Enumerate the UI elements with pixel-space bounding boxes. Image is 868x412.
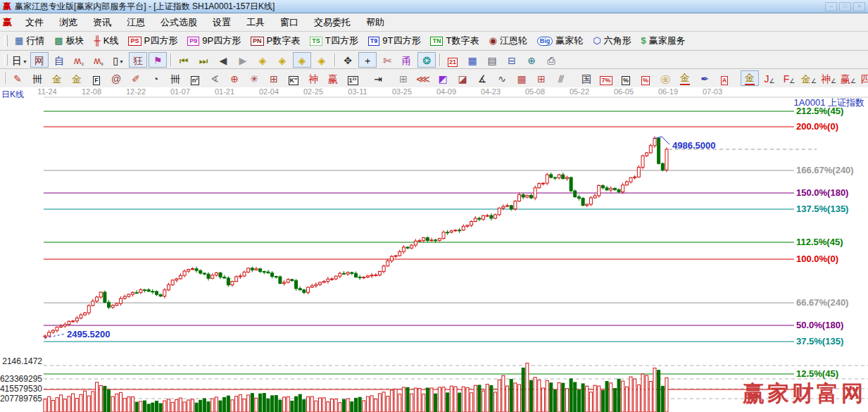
angle-lines-icon[interactable]: ∡ <box>473 70 491 86</box>
9p-square-button[interactable]: P99P四方形 <box>182 32 246 49</box>
n-square-icon[interactable]: n² <box>186 70 204 86</box>
zoom-out-bars-icon[interactable]: ◈ <box>313 52 331 68</box>
golden-ruler-v-icon[interactable]: 金 <box>48 70 66 86</box>
prev-bar-icon[interactable]: ◀ <box>214 52 232 68</box>
p-number-table-button[interactable]: PNP数字表 <box>246 32 305 49</box>
menu-item-news[interactable]: 资讯 <box>85 14 119 31</box>
spiral-tool-icon[interactable]: @ <box>107 70 125 86</box>
smart-analysis-icon[interactable]: ❂ <box>417 52 436 68</box>
next-bar-icon[interactable]: ▶ <box>234 52 252 68</box>
shen-ruler-icon[interactable]: 神 <box>304 70 322 86</box>
stats-panel-icon[interactable]: 国 <box>577 70 596 86</box>
gann-fan-icon[interactable]: ⋘ <box>414 70 432 86</box>
hexagon-button[interactable]: ⬡六角形 <box>588 32 636 49</box>
winner-service-button[interactable]: $赢家服务 <box>636 32 691 49</box>
save-remote-icon[interactable]: ⊕ <box>522 52 541 68</box>
menu-item-help[interactable]: 帮助 <box>358 14 392 31</box>
svg-text:04-09: 04-09 <box>436 87 456 96</box>
grid-red-icon[interactable]: ▦ <box>512 70 531 86</box>
target-circle-icon[interactable]: ⊕ <box>225 70 244 86</box>
shift-right-icon[interactable]: ◈ <box>273 52 291 68</box>
four-angle-icon[interactable]: 四∠ <box>859 70 868 86</box>
gold-lines-icon[interactable]: 金 <box>676 70 694 86</box>
menu-item-browse[interactable]: 浏览 <box>51 14 85 31</box>
crosshair-icon[interactable]: ＋ <box>358 52 377 68</box>
colored-volume-chart-icon[interactable]: ⚑ <box>149 52 167 68</box>
fan-box-red-icon[interactable]: ◪ <box>453 70 472 86</box>
candle-style-icon[interactable]: ▯▼ <box>109 52 127 68</box>
spider-web-icon[interactable]: ✳ <box>245 70 263 86</box>
minimize-button[interactable]: – <box>825 2 837 11</box>
t-square-button[interactable]: TST四方形 <box>305 32 363 49</box>
winner-wheel-button[interactable]: Big赢家轮 <box>532 32 589 49</box>
9p-square-icon: P9 <box>187 37 199 46</box>
parallel-lines-icon[interactable]: ⫻ <box>552 70 570 86</box>
fan-box-purple-icon[interactable]: ◩ <box>434 70 452 86</box>
gold-circle-icon[interactable]: ㊎ <box>656 70 674 86</box>
kuang-overlay-icon[interactable]: 狂 <box>129 52 147 68</box>
pan-hand-icon[interactable]: ✥ <box>339 52 357 68</box>
menu-item-tools[interactable]: 工具 <box>239 14 272 31</box>
t-number-table-button[interactable]: TNT数字表 <box>425 32 484 49</box>
first-bar-icon[interactable]: ⏮ <box>175 52 193 68</box>
percent-icon[interactable]: % <box>617 70 635 86</box>
ruler-123-icon[interactable]: 1²³ <box>344 70 362 86</box>
a-marker-icon[interactable]: A <box>715 70 734 86</box>
menu-item-window[interactable]: 窗口 <box>272 14 306 31</box>
calculator-icon[interactable]: ▦ <box>463 52 482 68</box>
ab-pen-icon[interactable]: ✒ <box>696 70 714 86</box>
ma-9-lines-icon[interactable]: ʍ₉ <box>89 52 108 68</box>
sectors-button[interactable]: ▩板块 <box>49 32 89 49</box>
gann-box-icon[interactable]: ⊞ <box>394 70 413 86</box>
gold-angle-active-icon[interactable]: 金 <box>741 70 759 86</box>
brush-tool-icon[interactable]: ✐ <box>127 70 145 86</box>
grid-red-2-icon[interactable]: ⊞ <box>532 70 551 86</box>
last-bar-icon[interactable]: ⏭ <box>194 52 213 68</box>
wave-tool-icon[interactable]: ∿ <box>493 70 511 86</box>
mirror-angle-icon[interactable]: ∢ <box>206 70 224 86</box>
draw-pen-icon[interactable]: ✎ <box>8 70 27 86</box>
ma-3-lines-icon[interactable]: ʍ₃ <box>70 52 88 68</box>
gold-angle-icon[interactable]: 金∠ <box>800 70 818 86</box>
period-day-selector-icon[interactable]: 日▼ <box>11 52 29 68</box>
web-square-icon[interactable]: ⊞ <box>265 70 283 86</box>
menu-item-settings[interactable]: 设置 <box>205 14 239 31</box>
save-icon[interactable]: ⊟ <box>503 52 521 68</box>
gann-wheel-button[interactable]: ◉江恩轮 <box>484 32 532 49</box>
winner-service-label: 赢家服务 <box>649 35 686 47</box>
fibonacci-ruler-icon[interactable]: F <box>87 70 106 86</box>
9t-square-button[interactable]: T99T四方形 <box>363 32 426 49</box>
f-angle-icon[interactable]: F∠ <box>780 70 798 86</box>
chart-layout-tool-icon[interactable]: 网 <box>30 52 49 68</box>
maximize-button[interactable]: □ <box>839 2 851 11</box>
menu-item-gann[interactable]: 江恩 <box>119 14 153 31</box>
golden-ruler-h-icon[interactable]: 金 <box>68 70 86 86</box>
menu-item-formula-stock-pick[interactable]: 公式选股 <box>153 14 205 31</box>
j-angle-icon[interactable]: J∠ <box>760 70 779 86</box>
p-square-button[interactable]: PSP四方形 <box>123 32 182 49</box>
measure-tool-icon[interactable]: ✄ <box>378 52 396 68</box>
count-ruler-icon[interactable]: 卌 <box>166 70 184 86</box>
notes-icon[interactable]: ▤ <box>483 52 501 68</box>
info-panel-icon[interactable]: 自 <box>50 52 68 68</box>
cycle-circle-icon[interactable]: ◔ <box>146 70 165 86</box>
quotes-button[interactable]: ▦行情 <box>10 32 49 49</box>
zoom-in-bars-icon[interactable]: ◈ <box>293 52 311 68</box>
menu-item-file[interactable]: 文件 <box>18 14 51 31</box>
shen-angle-icon[interactable]: 神∠ <box>819 70 838 86</box>
k-notes-icon[interactable]: K″ <box>284 70 303 86</box>
time-ruler-icon[interactable]: 卌 <box>28 70 46 86</box>
percent-line-icon[interactable]: % <box>636 70 655 86</box>
win-box-icon[interactable]: 赢 <box>324 70 342 86</box>
kline-button[interactable]: ╫K线 <box>89 32 124 49</box>
close-button[interactable]: × <box>853 2 865 11</box>
win-angle-icon[interactable]: 赢∠ <box>839 70 857 86</box>
purple-marker-icon[interactable]: 甬 <box>398 52 416 68</box>
calendar-21-icon[interactable]: 21 <box>444 52 462 68</box>
chart-canvas[interactable]: 11-2412-0812-2201-0701-2102-0402-2503-11… <box>0 87 868 412</box>
percent-7-icon[interactable]: 7% <box>597 70 615 86</box>
shift-left-icon[interactable]: ◈ <box>253 52 272 68</box>
span-tool-icon[interactable]: ⇥ <box>369 70 387 86</box>
menu-item-trade-entrust[interactable]: 交易委托 <box>306 14 358 31</box>
workstation-icon[interactable]: ⎙ <box>542 52 560 68</box>
